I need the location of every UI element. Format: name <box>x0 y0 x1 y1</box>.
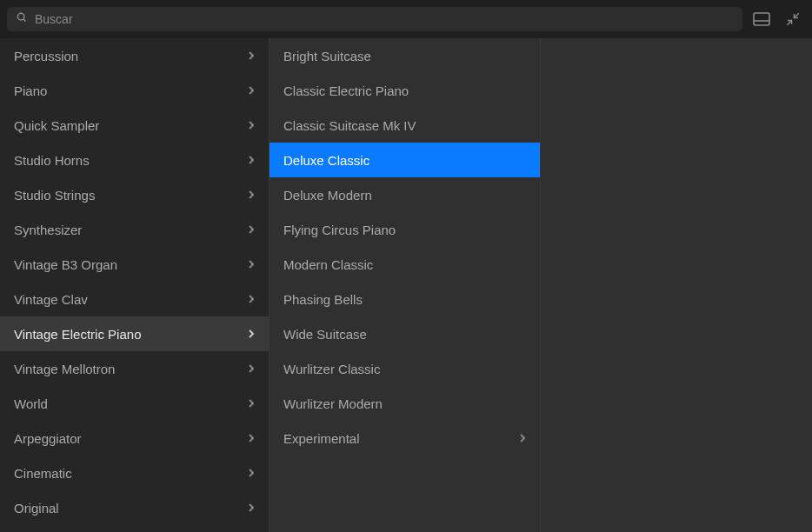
chevron-right-icon <box>248 396 255 411</box>
chevron-right-icon <box>248 118 255 133</box>
category-row-label: Vintage Mellotron <box>14 362 115 376</box>
chevron-right-icon <box>248 49 255 63</box>
category-row[interactable]: World <box>0 386 269 421</box>
preset-row[interactable]: Deluxe Classic <box>270 143 540 177</box>
preset-row-label: Classic Suitcase Mk IV <box>283 118 416 133</box>
category-row[interactable]: Studio Horns <box>0 143 269 177</box>
chevron-right-icon <box>248 431 255 446</box>
category-row-label: Quick Sampler <box>14 118 99 133</box>
preset-row-label: Deluxe Classic <box>283 153 369 168</box>
category-row-label: World <box>14 396 48 411</box>
category-row[interactable]: Vintage Mellotron <box>0 351 269 386</box>
preset-row-label: Flying Circus Piano <box>283 223 396 237</box>
preset-row[interactable]: Wurlitzer Modern <box>270 386 540 421</box>
collapse-icon[interactable] <box>781 7 805 31</box>
preset-row[interactable]: Classic Suitcase Mk IV <box>270 108 540 143</box>
preset-row[interactable]: Phasing Bells <box>270 282 540 316</box>
preset-row[interactable]: Deluxe Modern <box>270 177 540 212</box>
preset-row[interactable]: Modern Classic <box>270 247 540 282</box>
search-icon <box>16 11 28 27</box>
category-row-label: Studio Horns <box>14 153 90 168</box>
preset-row-label: Experimental <box>283 431 360 446</box>
preset-row-label: Modern Classic <box>283 257 373 272</box>
preset-row[interactable]: Wurlitzer Classic <box>270 351 540 386</box>
preset-row-label: Classic Electric Piano <box>283 83 409 98</box>
svg-line-4 <box>787 21 791 25</box>
category-row-label: Vintage Clav <box>14 292 88 307</box>
category-row-label: Original <box>14 501 59 515</box>
category-row[interactable]: Studio Strings <box>0 177 269 212</box>
browser-columns: PercussionPianoQuick SamplerStudio Horns… <box>0 38 812 532</box>
category-row-label: Piano <box>14 83 47 98</box>
category-row[interactable]: Piano <box>0 73 269 108</box>
chevron-right-icon <box>248 362 255 376</box>
preset-row-label: Wurlitzer Classic <box>283 362 380 376</box>
category-row-label: Vintage Electric Piano <box>14 327 141 342</box>
category-row-label: Studio Strings <box>14 188 95 203</box>
preset-row-label: Phasing Bells <box>283 292 363 307</box>
preset-row[interactable]: Experimental <box>270 421 540 456</box>
svg-line-5 <box>795 13 799 17</box>
category-row[interactable]: Arpeggiator <box>0 421 269 456</box>
search-field[interactable] <box>7 7 742 31</box>
preset-row-label: Wide Suitcase <box>283 327 367 342</box>
chevron-right-icon <box>248 501 255 515</box>
preset-row[interactable]: Flying Circus Piano <box>270 212 540 247</box>
category-row[interactable]: Quick Sampler <box>0 108 269 143</box>
svg-rect-2 <box>754 13 769 25</box>
chevron-right-icon <box>248 466 255 481</box>
preset-row-label: Wurlitzer Modern <box>283 396 383 411</box>
chevron-right-icon <box>248 153 255 168</box>
chevron-right-icon <box>519 431 526 446</box>
chevron-right-icon <box>248 327 255 342</box>
category-column: PercussionPianoQuick SamplerStudio Horns… <box>0 38 270 532</box>
preset-row[interactable]: Classic Electric Piano <box>270 73 540 108</box>
topbar <box>0 0 812 38</box>
preset-row-label: Deluxe Modern <box>283 188 372 203</box>
preset-row[interactable]: Bright Suitcase <box>270 38 540 73</box>
category-row-label: Synthesizer <box>14 223 82 237</box>
preset-row[interactable]: Wide Suitcase <box>270 316 540 351</box>
category-row[interactable]: Synthesizer <box>0 212 269 247</box>
detail-column <box>541 38 812 532</box>
svg-point-0 <box>17 13 24 20</box>
category-row-label: Vintage B3 Organ <box>14 257 117 272</box>
category-row-label: Arpeggiator <box>14 431 82 446</box>
chevron-right-icon <box>248 83 255 98</box>
category-row[interactable]: Percussion <box>0 38 269 73</box>
category-row[interactable]: Original <box>0 490 269 525</box>
category-row[interactable]: Vintage Clav <box>0 282 269 316</box>
chevron-right-icon <box>248 257 255 272</box>
search-input[interactable] <box>35 12 734 26</box>
chevron-right-icon <box>248 223 255 237</box>
category-row[interactable]: Vintage B3 Organ <box>0 247 269 282</box>
preset-column: Bright SuitcaseClassic Electric PianoCla… <box>270 38 541 532</box>
svg-line-1 <box>23 19 26 22</box>
panel-icon[interactable] <box>749 7 774 31</box>
preset-row-label: Bright Suitcase <box>283 49 371 63</box>
chevron-right-icon <box>248 188 255 203</box>
category-row[interactable]: Cinematic <box>0 456 269 490</box>
category-row[interactable]: Vintage Electric Piano <box>0 316 269 351</box>
category-row-label: Percussion <box>14 49 78 63</box>
category-row-label: Cinematic <box>14 466 72 481</box>
chevron-right-icon <box>248 292 255 307</box>
